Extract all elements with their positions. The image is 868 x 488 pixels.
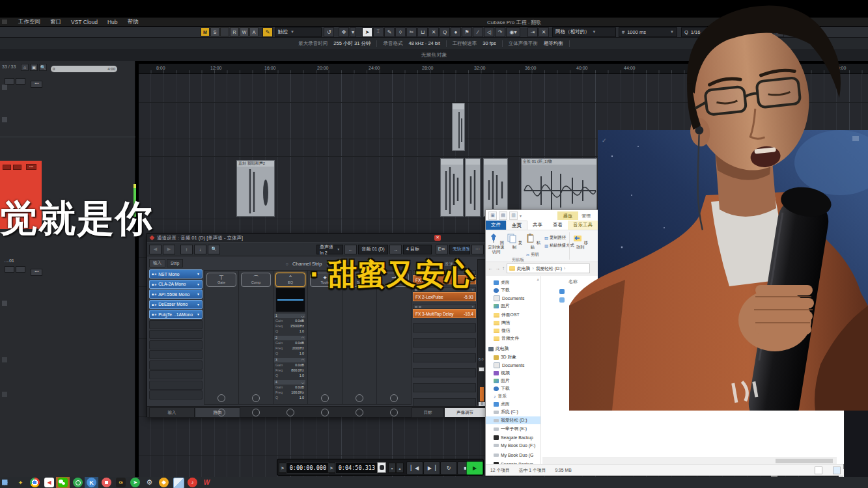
punch-in-icon[interactable]: ▾ <box>388 463 396 473</box>
zoom-tool-icon[interactable]: Q <box>440 27 450 37</box>
track-row[interactable]: ••• <box>5 78 42 88</box>
insert-slot-empty[interactable] <box>149 330 203 339</box>
nav-item-3d-objects[interactable]: 3D 对象 <box>486 353 541 361</box>
nav-item-downloads[interactable]: 下载 <box>486 385 541 392</box>
nav-item-folder[interactable]: 音频文件 <box>486 334 541 342</box>
send-slot-empty[interactable] <box>413 383 476 392</box>
punch-out-icon[interactable]: ▴ <box>396 463 404 473</box>
details-view-icon[interactable] <box>815 467 822 474</box>
nav-item-documents[interactable]: Documents <box>486 294 541 302</box>
nav-item-pictures[interactable]: 图片 <box>486 377 541 385</box>
audio-event[interactable] <box>465 158 481 217</box>
nav-item-music[interactable]: ♪音乐 <box>486 392 541 400</box>
audio-event[interactable] <box>452 103 465 151</box>
range-tool-icon[interactable]: ⌶ <box>373 27 384 37</box>
insert-slot-empty[interactable] <box>149 360 203 370</box>
next-channel-icon[interactable]: ▶ <box>163 245 175 254</box>
more-options-icon[interactable]: ⋯ <box>471 245 484 254</box>
game-center-icon[interactable]: G <box>116 478 126 487</box>
nav-item-seagate[interactable]: Seagate Backup <box>486 433 541 441</box>
send-slot-controls[interactable]: ▼ <box>413 304 476 309</box>
menu-workspace[interactable]: 工作空间 <box>18 18 40 26</box>
tab-inserts[interactable]: 输入 <box>149 259 165 267</box>
cycle-button[interactable]: ↻ <box>440 461 457 475</box>
start-button-icon[interactable] <box>1 478 11 487</box>
play-button[interactable]: ▶ <box>466 461 483 475</box>
listen-button[interactable] <box>220 27 229 36</box>
output-routing-field[interactable]: 4 目标 <box>403 245 432 254</box>
bottom-tab-panner[interactable]: 声像调节 <box>444 407 486 418</box>
honeycomb-app-icon[interactable] <box>159 478 169 487</box>
color-tool-icon[interactable]: ◉▾ <box>506 27 520 37</box>
tab-strip[interactable]: Strip <box>167 259 183 267</box>
strip-module-eq[interactable]: ⌃EQ 1◡ Gain0.0dB Freq15000Hz Q1.0 2◠ Gai… <box>273 270 308 405</box>
netease-music-icon[interactable]: ♪ <box>188 478 197 487</box>
right-locator-time[interactable]: 0:04:50.313 <box>335 462 378 474</box>
send-slot-empty[interactable] <box>413 323 476 332</box>
paste-button[interactable]: 粘贴 <box>524 233 541 250</box>
strip-module-gate[interactable]: ⊤Gate <box>204 270 239 405</box>
audio-event[interactable] <box>483 158 508 217</box>
mute-automation-button[interactable]: M <box>201 27 210 36</box>
inspector-icon[interactable] <box>2 301 7 306</box>
split-tool-icon[interactable]: ✂ <box>406 27 417 37</box>
insert-slot[interactable]: ■ eCLA-2A Mono▼ <box>149 280 203 289</box>
nav-item-documents[interactable]: Documents <box>486 361 541 369</box>
back-icon[interactable]: ← <box>488 265 493 271</box>
output-arrow-icon[interactable]: → <box>389 245 402 254</box>
automation-panel-button[interactable]: A <box>249 27 259 36</box>
breadcrumb[interactable]: 此电脑 <box>517 265 530 272</box>
close-icon[interactable]: ✕ <box>434 235 441 241</box>
insert-slot-empty[interactable] <box>149 350 203 359</box>
nav-item-this-pc[interactable]: 此电脑 <box>486 345 541 353</box>
input-routing-combo[interactable]: 单声道 In 2▼ <box>316 245 343 254</box>
inspector-icon[interactable] <box>2 357 7 362</box>
menu-window[interactable]: 窗口 <box>50 18 61 26</box>
audio-event[interactable] <box>440 158 464 217</box>
insert-slot[interactable]: ■ eDeEsser Mono▼ <box>149 300 203 309</box>
nav-item-mybook-g[interactable]: My Book Duo (G <box>486 451 541 459</box>
select-tool-icon[interactable]: ➤ <box>362 27 372 37</box>
cut-button[interactable]: ✂剪切 <box>526 252 539 258</box>
tab-share[interactable]: 共享 <box>527 221 548 230</box>
inspector-icon[interactable] <box>2 117 7 122</box>
track-row[interactable]: ••• <box>5 266 42 276</box>
insert-slot-empty[interactable] <box>149 370 203 379</box>
insert-slot-empty[interactable] <box>149 320 203 329</box>
qat-new-folder-icon[interactable]: ▥ <box>509 211 518 220</box>
pin-quick-access-button[interactable]: 固定到快速访问 <box>488 233 505 254</box>
menu-hub[interactable]: Hub <box>107 19 118 25</box>
lock-icon[interactable] <box>377 462 386 473</box>
nav-item-folder[interactable]: 陶笛 <box>486 319 541 327</box>
wps-icon[interactable]: W <box>202 478 212 487</box>
sparkle-app-icon[interactable]: ✦ <box>16 478 25 487</box>
eq-band-4[interactable]: 4◡ Gain0.0dB Freq100.0Hz Q1.0 <box>274 380 305 400</box>
nav-item-mybook-f[interactable]: My Book Duo (F:) <box>486 441 541 449</box>
track-preset-field[interactable]: 无轨道预置 <box>449 245 470 254</box>
nav-item-desktop[interactable]: 桌面 <box>486 400 541 408</box>
line-tool-icon[interactable]: ∕ <box>473 27 483 37</box>
inspector-icon[interactable] <box>2 392 7 397</box>
settings-gear-icon[interactable]: ⚙ <box>145 478 154 487</box>
bottom-tab-target[interactable]: 目标 <box>412 407 444 418</box>
eq-band-3[interactable]: 3◠ Gain0.0dB Freq800.0Hz Q1.0 <box>274 358 305 378</box>
nav-item-drive-c[interactable]: 系统 (C:) <box>486 408 541 416</box>
insert-slot-empty[interactable] <box>149 381 203 390</box>
forward-icon[interactable]: → <box>495 265 500 271</box>
wechat-icon[interactable] <box>58 478 68 487</box>
scrub-tool-icon[interactable]: ↷ <box>495 27 505 37</box>
green-app-icon[interactable] <box>73 478 83 487</box>
insert-slot[interactable]: ■ ePuigTe…1AMono▼ <box>149 310 203 319</box>
channel-name-field[interactable]: 音频 01 (D) <box>358 245 388 254</box>
auto-punch-icon[interactable]: ✎ <box>262 27 273 37</box>
inspector-icon[interactable] <box>2 85 7 90</box>
track-mute-button[interactable] <box>5 78 14 85</box>
send-slot-empty[interactable] <box>413 353 476 362</box>
send-slot[interactable]: FX 3-MultiTap Delay-18.4 <box>413 309 476 318</box>
selection-dropdown-icon[interactable]: ▾ <box>350 27 356 37</box>
insert-slot[interactable]: ■ eAPI-550B Mono▼ <box>149 290 203 299</box>
chrome-icon[interactable] <box>30 478 40 487</box>
history-icon[interactable]: ↺ <box>324 27 334 37</box>
insert-slot[interactable]: ■ eNST Mono▼ <box>149 269 203 278</box>
horizontal-scrollbar[interactable] <box>542 457 837 464</box>
